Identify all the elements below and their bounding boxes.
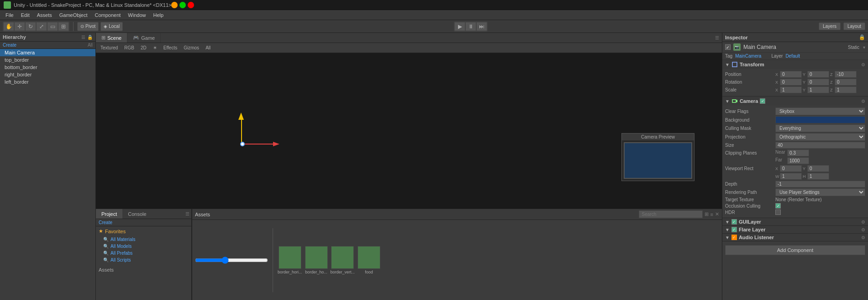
fav-all-scripts[interactable]: 🔍 All Scripts	[99, 257, 189, 263]
assets-list-view[interactable]: ≡	[710, 212, 713, 217]
pos-y-field[interactable]	[807, 71, 829, 78]
hierarchy-item-top-border[interactable]: top_border	[0, 56, 95, 64]
guilayer-header[interactable]: ▼ GUILayer ⚙	[722, 218, 868, 225]
object-enabled-checkbox[interactable]	[725, 44, 731, 50]
audio-listener-header[interactable]: ▼ Audio Listener ⚙	[722, 234, 868, 241]
tag-value[interactable]: MainCamera	[735, 54, 761, 59]
maximize-button[interactable]	[179, 2, 186, 8]
vp-x-field[interactable]	[780, 165, 802, 172]
fav-all-models[interactable]: 🔍 All Models	[99, 243, 189, 250]
pos-z-field[interactable]	[835, 71, 857, 78]
camera-enabled[interactable]	[760, 98, 765, 104]
window-controls[interactable]	[171, 2, 194, 8]
audio-listener-settings[interactable]: ⚙	[861, 235, 865, 240]
asset-food[interactable]: food	[358, 246, 380, 274]
rendering-path-dropdown[interactable]: Use Player Settings	[775, 188, 865, 196]
scale-x-field[interactable]	[780, 86, 802, 93]
hierarchy-item-right-border[interactable]: right_border	[0, 71, 95, 78]
minimize-button[interactable]	[171, 2, 178, 8]
fav-all-materials[interactable]: 🔍 All Materials	[99, 236, 189, 243]
multi-tool[interactable]: ⊞	[58, 22, 68, 31]
pause-button[interactable]: ⏸	[466, 22, 476, 31]
size-field[interactable]	[775, 142, 865, 149]
background-color[interactable]	[775, 116, 865, 123]
step-button[interactable]: ⏭	[477, 22, 487, 31]
tab-scene[interactable]: ⊞ Scene	[96, 33, 127, 43]
asset-border-vert[interactable]: border_vert...	[331, 246, 355, 274]
hierarchy-collapse[interactable]: ☰	[81, 35, 85, 40]
clear-flags-dropdown[interactable]: Skybox	[775, 107, 865, 115]
guilayer-settings[interactable]: ⚙	[861, 220, 865, 225]
color-dropdown[interactable]: RGB	[122, 45, 136, 51]
near-field[interactable]	[787, 150, 809, 156]
culling-mask-dropdown[interactable]: Everything	[775, 124, 865, 132]
menu-help[interactable]: Help	[149, 11, 167, 19]
asset-border-ho[interactable]: border_ho...	[305, 246, 328, 274]
lighting-button[interactable]: ☀	[151, 45, 159, 51]
scene-view[interactable]: Camera Preview	[96, 53, 722, 209]
flare-layer-header[interactable]: ▼ Flare Layer ⚙	[722, 226, 868, 233]
scale-z-field[interactable]	[835, 86, 857, 93]
scale-tool[interactable]: ⤢	[37, 22, 47, 31]
static-dropdown[interactable]: ▾	[863, 45, 865, 50]
scene-panel-close[interactable]: ☰	[712, 35, 722, 40]
bottom-panel-icon[interactable]: ☰	[184, 211, 191, 216]
transform-header[interactable]: ▼ Transform ⚙	[722, 60, 868, 69]
menu-gameobject[interactable]: GameObject	[56, 11, 91, 19]
project-create[interactable]: Create	[99, 220, 112, 225]
rect-tool[interactable]: ▭	[47, 22, 58, 31]
menu-edit[interactable]: Edit	[17, 11, 33, 19]
inspector-lock[interactable]: 🔒	[859, 34, 865, 40]
tab-project[interactable]: Project	[96, 209, 122, 219]
rotate-tool[interactable]: ↻	[26, 22, 36, 31]
play-button[interactable]: ▶	[455, 22, 465, 31]
flare-layer-settings[interactable]: ⚙	[861, 227, 865, 232]
far-field[interactable]	[787, 157, 809, 164]
gizmos-dropdown[interactable]: Gizmos	[182, 45, 201, 51]
hierarchy-item-bottom-border[interactable]: bottom_border	[0, 64, 95, 71]
tab-game[interactable]: 🎮 Game	[127, 33, 161, 43]
move-tool[interactable]: ✛	[15, 22, 25, 31]
menu-component[interactable]: Component	[91, 11, 124, 19]
layer-value[interactable]: Default	[785, 54, 800, 59]
vp-h-field[interactable]	[807, 173, 829, 180]
2d-button[interactable]: 2D	[139, 45, 148, 51]
close-button[interactable]	[188, 2, 194, 8]
local-button[interactable]: ◈ Local	[100, 22, 123, 31]
flare-layer-enabled[interactable]	[731, 227, 737, 232]
hdr-checkbox[interactable]	[775, 209, 781, 215]
layers-dropdown[interactable]: Layers	[819, 22, 841, 30]
assets-close[interactable]: ✕	[715, 211, 719, 217]
menu-window[interactable]: Window	[124, 11, 149, 19]
rot-y-field[interactable]	[807, 79, 829, 86]
vp-y-field[interactable]	[807, 165, 829, 172]
assets-grid-view[interactable]: ⊞	[705, 211, 709, 217]
pivot-button[interactable]: ⊙ Pivot	[77, 22, 99, 31]
projection-dropdown[interactable]: Orthographic	[775, 133, 865, 141]
layout-button[interactable]: Layout	[843, 22, 865, 30]
menu-assets[interactable]: Assets	[33, 11, 56, 19]
pos-x-field[interactable]	[780, 71, 802, 78]
depth-field[interactable]	[775, 181, 865, 188]
menu-file[interactable]: File	[2, 11, 17, 19]
view-all[interactable]: All	[204, 45, 212, 51]
hierarchy-lock[interactable]: 🔒	[87, 35, 93, 40]
size-slider[interactable]	[195, 257, 268, 264]
object-name[interactable]: Main Camera	[743, 44, 776, 50]
camera-header[interactable]: ▼ Camera ⚙	[722, 96, 868, 106]
rot-z-field[interactable]	[835, 79, 857, 86]
shading-dropdown[interactable]: Textured	[99, 45, 120, 51]
create-label[interactable]: Create	[3, 43, 16, 48]
effects-dropdown[interactable]: Effects	[162, 45, 179, 51]
target-texture-field[interactable]: None (Render Texture)	[775, 197, 822, 202]
add-component-button[interactable]: Add Component	[725, 245, 865, 255]
occlusion-culling-checkbox[interactable]	[775, 203, 781, 209]
hand-tool[interactable]: ✋	[4, 22, 14, 31]
rot-x-field[interactable]	[780, 79, 802, 86]
scale-y-field[interactable]	[807, 86, 829, 93]
assets-search-input[interactable]	[639, 210, 703, 218]
hierarchy-item-main-camera[interactable]: Main Camera	[0, 49, 95, 56]
fav-all-prefabs[interactable]: 🔍 All Prefabs	[99, 250, 189, 257]
vp-w-field[interactable]	[780, 173, 802, 180]
tab-console[interactable]: Console	[122, 209, 152, 219]
